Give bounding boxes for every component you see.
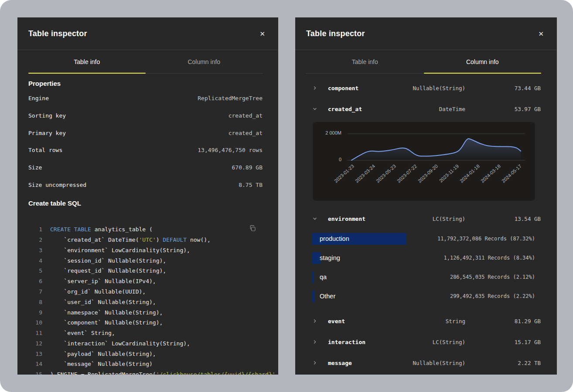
chevron-right-icon[interactable] <box>313 319 328 323</box>
line-number: 13 <box>28 349 42 359</box>
value-label: production <box>320 235 349 242</box>
column-size: 53.97 GB <box>465 106 541 112</box>
environment-value-row: staging1,126,492,311 Records (8.34%) <box>312 248 535 267</box>
column-size: 2.22 TB <box>465 360 541 366</box>
property-label: Sorting key <box>28 112 66 119</box>
line-number: 4 <box>28 256 42 266</box>
value-record-count: 1,126,492,311 Records (8.34%) <box>443 255 535 261</box>
table-inspector-dialog-table-info: Table inspector ✕ Table infoColumn info … <box>17 17 278 375</box>
line-number: 5 <box>28 266 42 276</box>
column-row-interaction[interactable]: interactionLC(String)15.17 GB <box>295 331 557 352</box>
sql-text: `payload` Nullable(String), <box>50 349 156 359</box>
x-axis-tick-label: 2023-09-20 <box>417 163 439 184</box>
chevron-right-icon[interactable] <box>313 86 328 90</box>
sql-line: 2 `created_at` DateTime('UTC') DEFAULT n… <box>28 235 263 245</box>
sql-text: `org_id` Nullable(UUID), <box>50 287 146 297</box>
sql-line: 4 `session_id` Nullable(String), <box>28 256 263 266</box>
tab-column-info[interactable]: Column info <box>146 50 263 73</box>
line-number: 10 <box>28 318 42 328</box>
tab-table-info[interactable]: Table info <box>306 50 424 73</box>
value-record-count: 299,492,635 Records (2.22%) <box>450 293 535 299</box>
sql-line: 5 `request_id` Nullable(String), <box>28 266 263 276</box>
x-axis-tick-label: 2024-03-18 <box>480 163 501 184</box>
tab-label: Column info <box>466 58 499 65</box>
sql-line: 3 `environment` LowCardinality(String), <box>28 245 263 256</box>
property-label: Engine <box>28 95 49 101</box>
property-value: created_at <box>229 130 263 136</box>
column-size: 81.29 GB <box>465 318 541 324</box>
environment-value-row: production11,792,372,086 Records (87.32%… <box>312 229 535 248</box>
sql-line: 13 `payload` Nullable(String), <box>28 349 263 359</box>
chevron-right-icon[interactable] <box>313 361 328 365</box>
column-row-message[interactable]: messageNullable(String)2.22 TB <box>295 352 557 373</box>
sql-text: `message` Nullable(String) <box>50 359 153 369</box>
sql-text: `environment` LowCardinality(String), <box>50 245 190 256</box>
dialog-title: Table inspector <box>306 29 365 38</box>
line-number: 14 <box>28 359 42 369</box>
table-info-scroll-area[interactable]: Properties EngineReplicatedMergeTreeSort… <box>17 80 278 375</box>
tab-table-info[interactable]: Table info <box>28 50 146 73</box>
column-row-environment[interactable]: environmentLC(String)13.54 GB <box>295 208 557 229</box>
sql-text: ) ENGINE = ReplicatedMergeTree('/clickho… <box>50 369 278 375</box>
copy-icon[interactable] <box>249 225 256 233</box>
x-axis-tick-label: 2023-07-22 <box>396 163 418 184</box>
tab-bar: Table infoColumn info <box>28 50 263 74</box>
column-info-scroll-area[interactable]: componentNullable(String)73.44 GBcreated… <box>295 74 557 373</box>
close-icon[interactable]: ✕ <box>536 29 546 39</box>
area-chart-plot <box>348 131 525 163</box>
property-label: Primary key <box>28 130 66 136</box>
column-row-event[interactable]: eventString81.29 GB <box>295 311 557 331</box>
x-axis-tick-label: 2023-11-19 <box>438 163 460 183</box>
line-number: 7 <box>28 287 42 297</box>
tab-label: Column info <box>188 58 220 65</box>
x-axis-tick-label: 2024-01-18 <box>459 163 481 184</box>
sql-text: `component` Nullable(String), <box>50 318 163 328</box>
active-tab-underline <box>424 73 542 74</box>
column-row-component[interactable]: componentNullable(String)73.44 GB <box>295 78 557 98</box>
property-label: Size <box>28 164 42 171</box>
line-number: 12 <box>28 338 42 349</box>
sql-line: 10 `component` Nullable(String), <box>28 318 263 328</box>
y-axis-tick-zero: 0 <box>313 157 341 162</box>
table-inspector-dialog-column-info: Table inspector ✕ Table infoColumn info … <box>295 17 557 375</box>
value-frequency-bar <box>312 291 314 302</box>
sql-line: 12 `interaction` LowCardinality(String), <box>28 338 263 349</box>
property-row: Primary keycreated_at <box>28 124 263 142</box>
y-axis-tick-max: 2 000M <box>313 130 341 135</box>
value-label: qa <box>320 274 327 280</box>
sql-text: CREATE TABLE analytics_table ( <box>50 224 153 235</box>
column-size: 73.44 GB <box>465 85 541 91</box>
sql-line: 14 `message` Nullable(String) <box>28 359 263 369</box>
chevron-down-icon[interactable] <box>313 216 328 221</box>
environment-value-row: qa286,545,035 Records (2.12%) <box>312 267 535 287</box>
dialog-header: Table inspector ✕ <box>295 17 557 50</box>
column-name: event <box>328 318 446 324</box>
column-type: String <box>446 318 465 324</box>
line-number: 2 <box>28 235 42 245</box>
sql-line: 1CREATE TABLE analytics_table ( <box>28 224 263 235</box>
line-number: 6 <box>28 276 42 287</box>
property-row: Sorting keycreated_at <box>28 107 263 125</box>
close-icon[interactable]: ✕ <box>258 29 267 39</box>
sql-line: 9 `namespace` Nullable(String), <box>28 308 263 318</box>
property-value: created_at <box>229 112 263 119</box>
column-type: LC(String) <box>433 339 465 345</box>
column-size: 15.17 GB <box>465 339 541 345</box>
line-number: 1 <box>28 224 42 235</box>
sql-text: `request_id` Nullable(String), <box>50 266 166 276</box>
column-type: DateTime <box>439 106 465 112</box>
property-row: EngineReplicatedMergeTree <box>28 90 263 107</box>
chevron-down-icon[interactable] <box>313 107 328 111</box>
sql-text: `server_ip` Nullable(IPv4), <box>50 276 156 287</box>
sql-text: `session_id` Nullable(String), <box>50 256 166 266</box>
column-size: 13.54 GB <box>465 216 541 222</box>
x-axis-tick-label: 2023-05-23 <box>375 163 397 184</box>
created-at-distribution-chart: 2 000M02023-01-232023-03-242023-05-23202… <box>313 122 535 201</box>
value-label: staging <box>320 254 340 261</box>
tab-column-info[interactable]: Column info <box>424 50 542 73</box>
properties-heading: Properties <box>28 80 263 87</box>
chevron-right-icon[interactable] <box>313 340 328 344</box>
line-number: 8 <box>28 297 42 308</box>
value-frequency-bar <box>312 271 314 283</box>
column-row-created_at[interactable]: created_atDateTime53.97 GB <box>295 98 557 119</box>
